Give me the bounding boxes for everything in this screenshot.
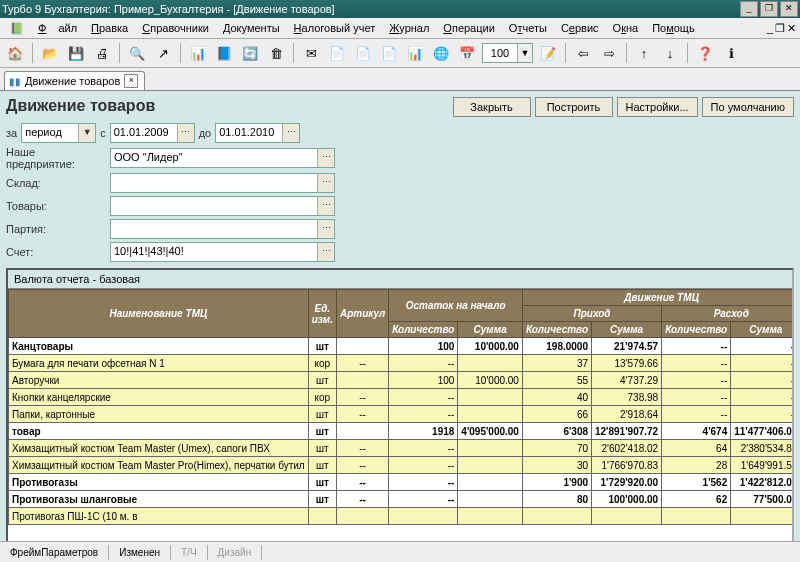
menu-refs[interactable]: Справочники — [136, 20, 215, 36]
schet-label: Счет: — [6, 246, 106, 258]
table-row[interactable]: Кнопки канцелярскиекор----40738.98----40… — [9, 389, 793, 406]
status-tab-changed[interactable]: Изменен — [109, 545, 171, 560]
s-label: с — [100, 127, 106, 139]
filters-panel: за ▼ с ⋯ до ⋯ Наше предприятие:⋯ Склад:⋯… — [6, 123, 794, 262]
zoom-control[interactable]: ▼ — [482, 43, 533, 63]
table-row[interactable]: Бумага для печати офсетная N 1кор----371… — [9, 355, 793, 372]
date-from[interactable]: ⋯ — [110, 123, 195, 143]
excel-icon[interactable]: 📊 — [404, 42, 426, 64]
menu-help[interactable]: Помощь — [646, 20, 701, 36]
partia-field[interactable]: ⋯ — [110, 219, 335, 239]
tovary-field[interactable]: ⋯ — [110, 196, 335, 216]
chart-icon[interactable]: 📊 — [187, 42, 209, 64]
search-icon[interactable]: 🔍 — [126, 42, 148, 64]
close-window-button[interactable]: ✕ — [780, 1, 798, 17]
schet-field[interactable]: ⋯ — [110, 242, 335, 262]
save-icon[interactable]: 💾 — [65, 42, 87, 64]
jump-icon[interactable]: ↗ — [152, 42, 174, 64]
default-button[interactable]: По умолчанию — [702, 97, 794, 117]
restore-button[interactable]: ❐ — [760, 1, 778, 17]
doc2-icon[interactable]: 📄 — [352, 42, 374, 64]
menu-journal[interactable]: Журнал — [383, 20, 435, 36]
minimize-button[interactable]: _ — [740, 1, 758, 17]
org-field[interactable]: ⋯ — [110, 148, 335, 168]
menu-edit[interactable]: Правка — [85, 20, 134, 36]
main-menu: 📗 Файл Правка Справочники Документы Нало… — [0, 18, 800, 39]
table-row[interactable]: Авторучкишт10010'000.00554'737.29----155… — [9, 372, 793, 389]
down-icon[interactable]: ↓ — [659, 42, 681, 64]
ellipsis-icon[interactable]: ⋯ — [282, 124, 299, 142]
ellipsis-icon[interactable]: ⋯ — [317, 243, 334, 261]
period-combo[interactable]: ▼ — [21, 123, 96, 143]
col-art: Артикул — [336, 290, 388, 338]
window-title: Турбо 9 Бухгалтерия: Пример_Бухгалтерия … — [2, 0, 335, 18]
ellipsis-icon[interactable]: ⋯ — [317, 149, 334, 167]
ellipsis-icon[interactable]: ⋯ — [317, 174, 334, 192]
status-tab-frame[interactable]: ФреймПараметров — [0, 545, 109, 560]
menu-service[interactable]: Сервис — [555, 20, 605, 36]
status-tab-design[interactable]: Дизайн — [208, 545, 263, 560]
report-table: Наименование ТМЦ Ед. изм. Артикул Остато… — [8, 289, 792, 525]
window-titlebar: Турбо 9 Бухгалтерия: Пример_Бухгалтерия … — [0, 0, 800, 18]
build-button[interactable]: Построить — [535, 97, 613, 117]
delete-icon[interactable]: 🗑 — [265, 42, 287, 64]
col-prihod: Приход — [522, 306, 661, 322]
document-tab[interactable]: ▮▮ Движение товаров × — [4, 71, 145, 90]
tab-close-icon[interactable]: × — [124, 74, 138, 88]
menu-file[interactable]: Файл — [32, 20, 83, 36]
zoom-input[interactable] — [483, 44, 517, 62]
book-icon[interactable]: 📘 — [213, 42, 235, 64]
open-icon[interactable]: 📂 — [39, 42, 61, 64]
doc1-icon[interactable]: 📄 — [326, 42, 348, 64]
zoom-dropdown-icon[interactable]: ▼ — [517, 44, 532, 62]
table-row[interactable]: Противогазышт----1'9001'729'920.001'5621… — [9, 474, 793, 491]
settings-button[interactable]: Настройки... — [617, 97, 698, 117]
text-icon[interactable]: 📝 — [537, 42, 559, 64]
report-box: Валюта отчета - базовая Наименование ТМЦ… — [6, 268, 794, 545]
ellipsis-icon[interactable]: ⋯ — [317, 197, 334, 215]
envelope-icon[interactable]: ✉ — [300, 42, 322, 64]
back-icon[interactable]: ⇦ — [572, 42, 594, 64]
menu-windows[interactable]: Окна — [607, 20, 645, 36]
mdi-close-button[interactable]: ✕ — [787, 22, 796, 35]
menu-reports[interactable]: Отчеты — [503, 20, 553, 36]
table-row[interactable]: Противогазы шланговыешт----80100'000.006… — [9, 491, 793, 508]
close-button[interactable]: Закрыть — [453, 97, 531, 117]
document-tabs: ▮▮ Движение товаров × — [0, 68, 800, 91]
mdi-restore-button[interactable]: ❐ — [775, 22, 785, 35]
partia-label: Партия: — [6, 223, 106, 235]
refresh-icon[interactable]: 🔄 — [239, 42, 261, 64]
table-row[interactable]: Канцтоварышт10010'000.00198.000021'974.5… — [9, 338, 793, 355]
ellipsis-icon[interactable]: ⋯ — [177, 124, 194, 142]
work-area: Движение товаров Закрыть Построить Настр… — [0, 91, 800, 545]
table-row[interactable]: Противогаз ПШ-1С (10 м. в — [9, 508, 793, 525]
report-scroll[interactable]: Наименование ТМЦ Ед. изм. Артикул Остато… — [8, 289, 792, 545]
status-tab-tch[interactable]: Т/Ч — [171, 545, 208, 560]
col-name: Наименование ТМЦ — [9, 290, 309, 338]
print-icon[interactable]: 🖨 — [91, 42, 113, 64]
globe-icon[interactable]: 🌐 — [430, 42, 452, 64]
table-row[interactable]: Химзащитный костюм Team Master Pro(Himex… — [9, 457, 793, 474]
mdi-minimize-button[interactable]: _ — [767, 22, 773, 34]
org-label: Наше предприятие: — [6, 146, 106, 170]
table-row[interactable]: товаршт19184'095'000.006'30812'891'907.7… — [9, 423, 793, 440]
status-bar: ФреймПараметров Изменен Т/Ч Дизайн — [0, 541, 800, 562]
menu-docs[interactable]: Документы — [217, 20, 286, 36]
home-icon[interactable]: 🏠 — [4, 42, 26, 64]
forward-icon[interactable]: ⇨ — [598, 42, 620, 64]
info-icon[interactable]: ℹ — [720, 42, 742, 64]
up-icon[interactable]: ↑ — [633, 42, 655, 64]
menu-tax[interactable]: Налоговый учет — [288, 20, 382, 36]
date-to[interactable]: ⋯ — [215, 123, 300, 143]
report-icon: ▮▮ — [9, 76, 21, 87]
table-row[interactable]: Папки, картонныешт----662'918.64----662'… — [9, 406, 793, 423]
app-icon: 📗 — [4, 20, 30, 37]
dropdown-icon[interactable]: ▼ — [78, 124, 95, 142]
sklad-field[interactable]: ⋯ — [110, 173, 335, 193]
doc3-icon[interactable]: 📄 — [378, 42, 400, 64]
help-icon[interactable]: ❓ — [694, 42, 716, 64]
calendar-icon[interactable]: 📅 — [456, 42, 478, 64]
ellipsis-icon[interactable]: ⋯ — [317, 220, 334, 238]
menu-ops[interactable]: Операции — [437, 20, 500, 36]
table-row[interactable]: Химзащитный костюм Team Master (Umex), с… — [9, 440, 793, 457]
